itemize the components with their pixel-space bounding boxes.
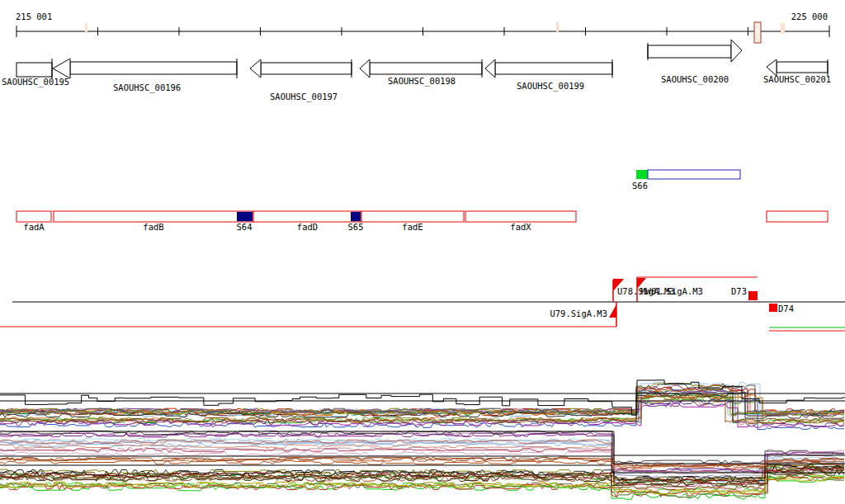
ruler-start-label: 215 001 [16,12,52,21]
feature-label: fadA [23,222,45,232]
gene-body [261,63,352,74]
gene-label: SAOUHSC_00201 [763,74,831,85]
gene-body [495,63,612,74]
feature-segment-navy[interactable] [237,212,253,221]
gene-body [17,63,52,77]
feature-box-fadA[interactable] [17,211,51,222]
gene-body [648,45,731,58]
gene-label: SAOUHSC_00200 [661,74,729,85]
feature-box-unlabeled[interactable] [767,211,828,222]
ruler-highlight-mark[interactable] [754,22,761,43]
feature-box-fadX[interactable] [465,211,576,222]
ruler-highlight-mark[interactable] [781,23,785,34]
gene-label: SAOUHSC_00199 [517,81,584,92]
feature-segment-navy[interactable] [351,212,361,221]
feature-label: fadE [402,222,422,232]
ruler-end-label: 225 000 [791,12,828,21]
transcript-s66-label: S66 [632,181,648,191]
gene-body [777,62,828,73]
genome-browser-view: 215 001225 000SAOUHSC_00195SAOUHSC_00196… [0,0,845,504]
feature-label: fadX [510,222,531,232]
gene-label: SAOUHSC_00196 [113,82,181,93]
feature-box-fadE[interactable] [361,211,464,222]
transcript-s66-body[interactable] [648,170,740,179]
tss-site-label: MW01.SigA.M3 [640,286,703,296]
gene-label: SAOUHSC_00197 [270,92,338,102]
feature-label: fadB [143,222,163,232]
feature-label-navy: S64 [237,222,253,232]
ruler-highlight-mark[interactable] [85,23,87,34]
tss-site-label: U79.SigA.M3 [550,309,607,318]
gene-body [370,63,482,74]
ruler-highlight-mark[interactable] [556,22,559,32]
feature-box-fadB[interactable] [54,211,253,222]
tss-terminator-square [748,291,758,300]
gene-label: SAOUHSC_00195 [2,77,69,87]
genome-browser-canvas: 215 001225 000SAOUHSC_00195SAOUHSC_00196… [0,0,845,504]
feature-label: fadD [297,222,318,232]
transcript-s66-start[interactable] [636,170,648,179]
feature-label-navy: S65 [348,222,364,232]
tss-site-label: D73 [731,286,747,296]
gene-label: SAOUHSC_00198 [388,76,456,87]
tss-site-label: D74 [778,304,794,313]
tss-terminator-square [769,304,777,312]
feature-box-fadD[interactable] [253,211,361,222]
gene-body [70,62,237,74]
